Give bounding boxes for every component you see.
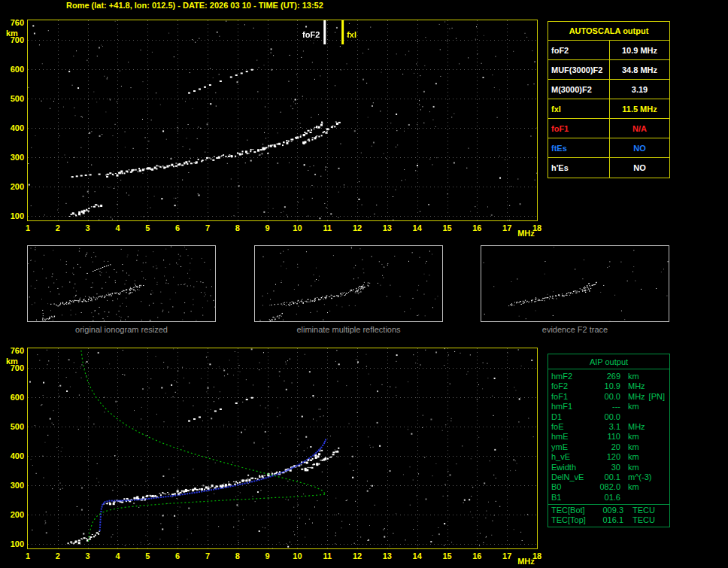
aip-row-foF2: foF210.9MHz xyxy=(551,381,666,391)
y-tick-label: 760 xyxy=(2,346,24,355)
autoscala-row-MUF3000F2: MUF(3000)F234.8 MHz xyxy=(548,60,669,80)
x-tick-label: 9 xyxy=(259,223,276,232)
y-tick-label: 600 xyxy=(2,393,24,402)
x-tick-label: 14 xyxy=(409,223,426,232)
aip-param-label: TEC[Top] xyxy=(551,515,595,525)
aip-param-label: Ewidth xyxy=(551,463,592,472)
aip-param-value: 00.0 xyxy=(592,392,620,402)
aip-row-ymE: ymE20km xyxy=(551,442,666,452)
aip-row-TECTop: TEC[Top]016.1TECU xyxy=(551,515,666,525)
x-tick-label: 4 xyxy=(109,223,126,232)
autoscala-window: Rome (lat: +41.8, lon: 012.5) - DATE: 20… xyxy=(0,0,728,568)
x-tick-label: 15 xyxy=(439,551,456,560)
thumbnail-caption-3: evidence F2 trace xyxy=(481,325,669,334)
autoscala-output-panel: AUTOSCALA output foF210.9 MHzMUF(3000)F2… xyxy=(548,21,670,178)
autoscala-param-label: M(3000)F2 xyxy=(548,80,610,99)
x-tick-label: 10 xyxy=(289,551,305,560)
y-tick-label: 100 xyxy=(2,211,24,220)
x-tick-label: 6 xyxy=(169,551,186,560)
aip-row-hvE: h_vE120km xyxy=(551,452,666,462)
aip-param-unit: MHz xyxy=(628,392,645,402)
autoscala-param-value: 11.5 MHz xyxy=(610,99,669,118)
aip-param-label: DelN_vE xyxy=(551,472,592,482)
x-tick-label: 13 xyxy=(379,551,396,560)
x-tick-label: 1 xyxy=(20,223,36,232)
autoscala-param-label: foF2 xyxy=(548,41,610,59)
thumbnail-eliminate-multiples xyxy=(254,245,443,322)
aip-param-unit: km xyxy=(628,402,639,412)
autoscala-param-label: foF1 xyxy=(548,119,610,138)
aip-row-hmF2: hmF2269km xyxy=(551,372,666,381)
y-tick-label: 300 xyxy=(2,481,24,490)
x-tick-label: 3 xyxy=(80,223,96,232)
aip-param-value: 00.0 xyxy=(592,412,620,422)
x-tick-label: 15 xyxy=(439,223,456,232)
aip-param-value: 20 xyxy=(592,442,620,452)
autoscala-output-rows: foF210.9 MHzMUF(3000)F234.8 MHzM(3000)F2… xyxy=(548,41,669,178)
x-tick-label: 4 xyxy=(109,551,126,560)
x-tick-label: 7 xyxy=(199,551,216,560)
aip-row-B0: B0082.0km xyxy=(551,482,666,492)
aip-param-label: D1 xyxy=(551,412,592,422)
x-tick-label: 16 xyxy=(469,551,485,560)
aip-param-unit: km xyxy=(628,482,639,492)
aip-param-label: B0 xyxy=(551,482,592,492)
x-tick-label: 2 xyxy=(50,551,66,560)
autoscala-param-value: NO xyxy=(610,158,669,178)
x-tick-label: 10 xyxy=(289,223,305,232)
aip-row-B1: B101.6 xyxy=(551,493,666,503)
y-tick-label: 500 xyxy=(2,94,24,103)
autoscala-param-label: h'Es xyxy=(548,158,610,178)
aip-param-value: 30 xyxy=(592,463,620,472)
aip-param-value: --- xyxy=(592,402,620,412)
autoscala-param-label: MUF(3000)F2 xyxy=(548,60,610,79)
aip-param-label: h_vE xyxy=(551,452,592,462)
x-tick-label: 12 xyxy=(349,551,366,560)
aip-param-value: 269 xyxy=(592,372,620,381)
y-tick-label: 100 xyxy=(2,539,24,548)
aip-param-label: hmF1 xyxy=(551,402,592,412)
x-tick-label: 7 xyxy=(199,223,216,232)
y-tick-label: 760 xyxy=(2,18,24,27)
autoscala-param-value: N/A xyxy=(610,119,669,138)
y-axis-unit-label: km xyxy=(6,357,18,366)
x-tick-label: 5 xyxy=(139,223,156,232)
x-tick-label: 11 xyxy=(319,223,335,232)
autoscala-row-foF2: foF210.9 MHz xyxy=(548,41,669,60)
x-tick-label: 1 xyxy=(20,551,36,560)
aip-param-value: 10.9 xyxy=(592,381,620,391)
x-tick-label: 14 xyxy=(409,551,426,560)
thumbnail-caption-2: eliminate multiple reflections xyxy=(254,325,443,334)
x-tick-label: 11 xyxy=(319,551,335,560)
x-tick-label: 8 xyxy=(229,551,246,560)
aip-param-unit: TECU xyxy=(632,515,655,525)
x-axis-unit-label: MHz xyxy=(517,557,535,566)
thumbnail-evidence-f2-trace xyxy=(481,245,669,322)
aip-row-hmF1: hmF1---km xyxy=(551,402,666,412)
x-tick-label: 9 xyxy=(259,551,276,560)
aip-param-flag: [PN] xyxy=(649,392,666,402)
aip-output-title: AIP output xyxy=(548,354,669,369)
x-tick-label: 17 xyxy=(499,551,515,560)
aip-param-unit: MHz xyxy=(628,381,645,391)
x-tick-label: 8 xyxy=(229,223,246,232)
autoscala-param-value: 3.19 xyxy=(610,80,669,99)
x-tick-label: 2 xyxy=(50,223,66,232)
aip-param-unit: m^(-3) xyxy=(628,472,651,482)
aip-param-value: 3.1 xyxy=(592,422,620,432)
aip-param-value: 120 xyxy=(592,452,620,462)
measured-ionogram-canvas xyxy=(27,20,538,221)
aip-param-label: hmF2 xyxy=(551,372,592,381)
thumbnail-caption-1: original ionogram resized xyxy=(27,325,216,334)
aip-param-unit: km xyxy=(628,372,639,381)
aip-param-unit: TECU xyxy=(632,506,655,515)
x-tick-label: 13 xyxy=(379,223,396,232)
y-axis-unit-label: km xyxy=(6,29,18,38)
aip-param-label: ymE xyxy=(551,442,592,452)
autoscala-param-value: 34.8 MHz xyxy=(610,60,669,79)
aip-param-unit: km xyxy=(628,463,639,472)
aip-param-unit: MHz xyxy=(628,422,645,432)
aip-param-label: hmE xyxy=(551,432,592,442)
aip-param-label: B1 xyxy=(551,493,592,503)
autoscala-param-label: ftEs xyxy=(548,138,610,157)
